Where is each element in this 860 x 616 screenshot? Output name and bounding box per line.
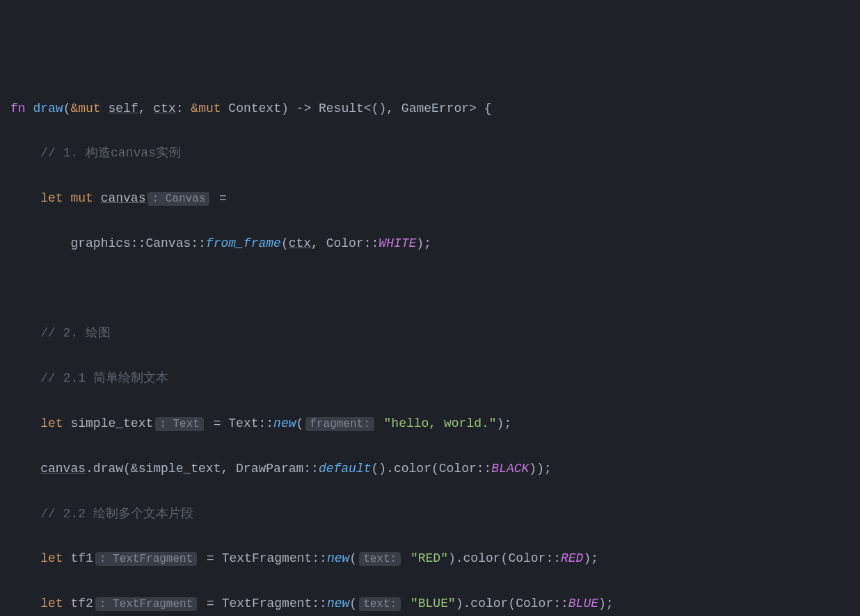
code-line: // 1. 构造canvas实例	[10, 142, 850, 164]
variable-canvas: canvas	[101, 191, 146, 205]
param-ctx: ctx	[153, 102, 175, 115]
comment: // 1. 构造canvas实例	[40, 146, 181, 160]
code-line-blank	[10, 277, 850, 300]
code-line: fn draw(&mut self, ctx: &mut Context) ->…	[10, 97, 850, 120]
constant-black: BLACK	[491, 462, 529, 476]
code-line: // 2.1 简单绘制文本	[10, 367, 850, 389]
code-line: // 2. 绘图	[10, 322, 850, 344]
constant-white: WHITE	[379, 236, 416, 250]
comment: // 2.1 简单绘制文本	[40, 371, 168, 385]
code-line: let tf2: TextFragment = TextFragment::ne…	[10, 592, 850, 615]
function-name: draw	[33, 102, 63, 115]
variable-tf2: tf2	[70, 597, 93, 610]
code-line: graphics::Canvas::from_frame(ctx, Color:…	[10, 232, 850, 254]
keyword-fn: fn	[10, 102, 26, 115]
code-editor[interactable]: fn draw(&mut self, ctx: &mut Context) ->…	[10, 97, 850, 616]
type-hint: : TextFragment	[95, 597, 197, 611]
constant-red: RED	[561, 551, 583, 565]
code-line: let mut canvas: Canvas =	[10, 187, 850, 209]
type-hint: : TextFragment	[95, 552, 197, 566]
param-hint: fragment:	[305, 417, 374, 431]
code-line: // 2.2 绘制多个文本片段	[10, 503, 850, 525]
string-literal: "BLUE"	[411, 597, 456, 610]
comment: // 2. 绘图	[40, 326, 111, 340]
variable-tf1: tf1	[70, 551, 93, 565]
string-literal: "RED"	[411, 551, 448, 565]
type-hint: : Canvas	[148, 192, 209, 206]
code-line: canvas.draw(&simple_text, DrawParam::def…	[10, 457, 850, 480]
code-line: let simple_text: Text = Text::new(fragme…	[10, 412, 850, 435]
param-self: self	[108, 102, 138, 115]
param-hint: text:	[359, 597, 401, 611]
code-line: let tf1: TextFragment = TextFragment::ne…	[10, 547, 850, 569]
comment: // 2.2 绘制多个文本片段	[40, 507, 193, 521]
type-hint: : Text	[155, 417, 204, 431]
string-literal: "hello, world."	[384, 416, 497, 430]
keyword-mut: &mut	[70, 102, 100, 115]
param-hint: text:	[359, 552, 401, 566]
method-from-frame: from_frame	[206, 236, 281, 250]
variable-simple-text: simple_text	[70, 416, 153, 430]
constant-blue: BLUE	[568, 597, 598, 610]
